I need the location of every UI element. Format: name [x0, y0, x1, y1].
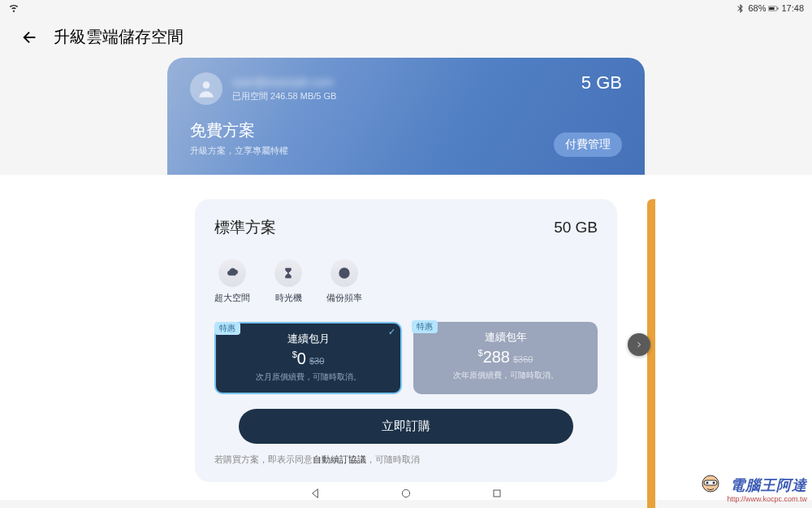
cloud-icon: [218, 259, 246, 287]
deal-badge: 特惠: [412, 320, 438, 333]
bluetooth-icon: [735, 3, 745, 14]
battery-percent: 68%: [748, 3, 766, 13]
feature-backup-freq[interactable]: 備份頻率: [326, 259, 362, 304]
android-navbar: [0, 479, 812, 508]
user-name: user@example.com: [232, 76, 336, 89]
svg-point-3: [203, 81, 210, 89]
agreement-text: 若購買方案，即表示同意自動續訂協議，可隨時取消: [214, 454, 598, 466]
wifi-icon: [8, 2, 19, 13]
subscribe-button[interactable]: 立即訂購: [239, 409, 573, 444]
current-plan-title: 免費方案: [190, 119, 288, 141]
svg-rect-2: [778, 7, 779, 9]
svg-rect-6: [494, 490, 500, 497]
nav-recent-icon[interactable]: [490, 487, 503, 500]
status-bar: 68% 17:48: [0, 0, 812, 16]
back-icon[interactable]: [21, 28, 39, 46]
deal-badge: 特惠: [214, 322, 240, 335]
chevron-right-icon: [634, 340, 644, 350]
option-yearly[interactable]: 特惠 連續包年 $288$360 次年原價續費，可隨時取消。: [413, 322, 598, 394]
feature-space[interactable]: 超大空間: [214, 259, 250, 304]
avatar: [190, 72, 222, 105]
check-icon: ✓: [388, 327, 395, 337]
standard-plan-card: 標準方案 50 GB 超大空間 時光機 備份頻率 特惠 ✓ 連續包月 $0$30: [195, 199, 617, 482]
current-plan-sub: 升級方案，立享專屬特權: [190, 145, 288, 157]
title-bar: 升級雲端儲存空間: [0, 16, 812, 58]
nav-home-icon[interactable]: [400, 487, 412, 500]
dollar-icon: [330, 259, 358, 287]
current-quota: 5 GB: [581, 72, 622, 93]
next-plan-button[interactable]: [628, 333, 650, 356]
watermark: 電腦王阿達 http://www.kocpc.com.tw: [727, 475, 807, 503]
clock: 17:48: [781, 3, 804, 13]
feature-list: 超大空間 時光機 備份頻率: [214, 259, 598, 304]
next-plan-peek[interactable]: [647, 199, 655, 508]
plan-title: 標準方案: [214, 217, 276, 238]
hourglass-icon: [274, 259, 302, 287]
mascot-icon: [698, 472, 723, 498]
payment-manage-button[interactable]: 付費管理: [554, 132, 622, 157]
svg-rect-1: [770, 7, 775, 9]
page-title: 升級雲端儲存空間: [54, 26, 184, 48]
nav-back-icon[interactable]: [309, 487, 322, 500]
current-plan-card: user@example.com 已用空間 246.58 MB/5 GB 5 G…: [167, 58, 645, 175]
feature-time-machine[interactable]: 時光機: [274, 259, 302, 304]
svg-point-5: [402, 489, 409, 497]
svg-point-9: [706, 482, 709, 484]
svg-rect-8: [704, 480, 717, 485]
plans-area: 標準方案 50 GB 超大空間 時光機 備份頻率 特惠 ✓ 連續包月 $0$30: [0, 175, 812, 500]
storage-usage: 已用空間 246.58 MB/5 GB: [232, 90, 336, 102]
battery-icon: [768, 3, 779, 14]
svg-point-10: [713, 482, 715, 484]
option-monthly[interactable]: 特惠 ✓ 連續包月 $0$30 次月原價續費，可隨時取消。: [214, 322, 402, 394]
agreement-link[interactable]: 自動續訂協議: [313, 454, 366, 464]
plan-quota: 50 GB: [554, 219, 598, 237]
